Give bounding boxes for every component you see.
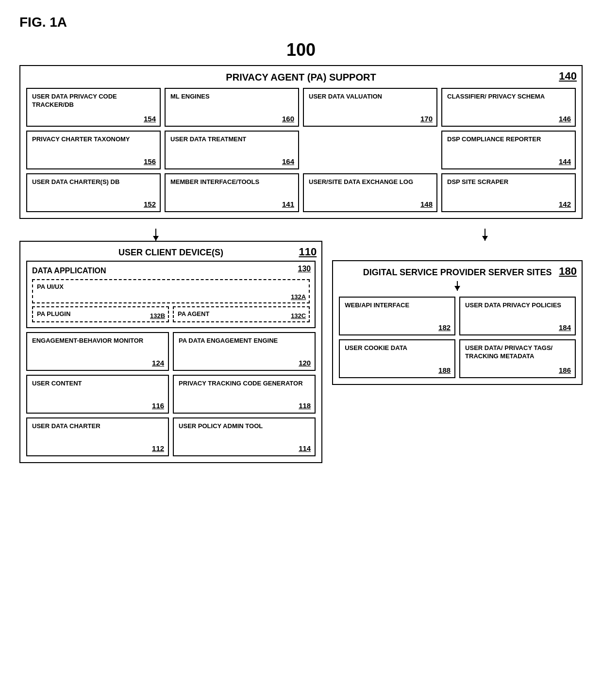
- box-dsp-scraper: DSP SITE SCRAPER 142: [441, 173, 576, 212]
- box-user-policy-admin: USER POLICY ADMIN TOOL 114: [173, 417, 316, 456]
- box-user-data-privacy-tags: USER DATA/ PRIVACY TAGS/ TRACKING METADA…: [459, 339, 576, 378]
- box-web-api: WEB/API INTERFACE 182: [339, 297, 455, 335]
- pa-support-title: PRIVACY AGENT (PA) SUPPORT: [26, 72, 576, 83]
- pa-support-box: PRIVACY AGENT (PA) SUPPORT 140 USER DATA…: [19, 65, 583, 219]
- pa-ui-label: PA UI/UX: [37, 283, 305, 291]
- box-user-data-valuation: USER DATA VALUATION 170: [303, 88, 437, 127]
- box-user-data-charter: USER DATA CHARTER 112: [26, 417, 169, 456]
- box-empty-r2c3: [303, 131, 437, 169]
- box-privacy-charter: PRIVACY CHARTER TAXONOMY 156: [26, 131, 161, 169]
- box-user-content: USER CONTENT 116: [26, 375, 169, 414]
- box-user-data-treatment: USER DATA TREATMENT 164: [165, 131, 299, 169]
- data-app-number: 130: [298, 265, 311, 273]
- box-pa-data-engagement: PA DATA ENGAGEMENT ENGINE 120: [173, 332, 316, 371]
- box-user-cookie-data: USER COOKIE DATA 188: [339, 339, 455, 378]
- pa-support-number: 140: [559, 70, 577, 83]
- client-device-number: 110: [299, 246, 317, 258]
- box-engagement-monitor: ENGAGEMENT-BEHAVIOR MONITOR 124: [26, 332, 169, 371]
- main-number: 100: [19, 40, 583, 60]
- box-dsp-compliance: DSP COMPLIANCE REPORTER 144: [441, 131, 576, 169]
- dsp-box: DIGITAL SERVICE PROVIDER SERVER SITES 18…: [332, 260, 583, 385]
- client-device-box: USER CLIENT DEVICE(S) 110 DATA APPLICATI…: [19, 241, 322, 463]
- fig-title: FIG. 1A: [19, 15, 583, 30]
- box-exchange-log: USER/SITE DATA EXCHANGE LOG 148: [303, 173, 437, 212]
- data-app-box: DATA APPLICATION 130 PA UI/UX 132A PA PL…: [26, 261, 316, 328]
- pa-ui-box: PA UI/UX 132A: [32, 279, 310, 303]
- box-user-data-privacy: USER DATA PRIVACY CODE TRACKER/DB 154: [26, 88, 161, 127]
- pa-row: PA PLUGIN 132B PA AGENT 132C: [32, 306, 310, 322]
- client-device-title: USER CLIENT DEVICE(S): [26, 248, 316, 258]
- bottom-section: USER CLIENT DEVICE(S) 110 DATA APPLICATI…: [19, 241, 583, 463]
- box-user-data-privacy-policies: USER DATA PRIVACY POLICIES 184: [459, 297, 576, 335]
- data-app-title: DATA APPLICATION: [32, 267, 310, 275]
- box-classifier: CLASSIFIER/ PRIVACY SCHEMA 146: [441, 88, 576, 127]
- pa-plugin-box: PA PLUGIN 132B: [32, 306, 169, 322]
- dsp-number: 180: [559, 265, 577, 278]
- pa-agent-box: PA AGENT 132C: [173, 306, 310, 322]
- pa-support-grid: USER DATA PRIVACY CODE TRACKER/DB 154 ML…: [26, 88, 576, 212]
- box-member-interface: MEMBER INTERFACE/TOOLS 141: [165, 173, 299, 212]
- dsp-title: DIGITAL SERVICE PROVIDER SERVER SITES: [339, 267, 576, 278]
- client-grid: ENGAGEMENT-BEHAVIOR MONITOR 124 PA DATA …: [26, 332, 316, 456]
- box-privacy-tracking: PRIVACY TRACKING CODE GENERATOR 118: [173, 375, 316, 414]
- pa-ui-number: 132A: [291, 293, 306, 300]
- box-ml-engines: ML ENGINES 160: [165, 88, 299, 127]
- box-user-data-charter-db: USER DATA CHARTER(S) DB 152: [26, 173, 161, 212]
- dsp-grid: WEB/API INTERFACE 182 USER DATA PRIVACY …: [339, 297, 576, 378]
